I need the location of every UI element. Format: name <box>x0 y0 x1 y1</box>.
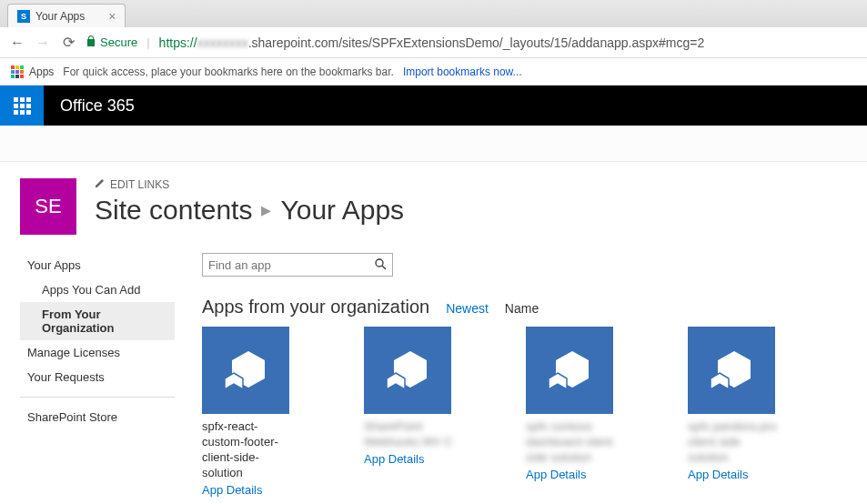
app-name: spfx-react-custom-footer-client-side-sol… <box>202 419 293 481</box>
import-bookmarks-link[interactable]: Import bookmarks now... <box>403 66 522 78</box>
apps-shortcut[interactable]: Apps <box>11 66 54 78</box>
tab-bar: S Your Apps × <box>0 0 867 27</box>
breadcrumb: Site contents ▸ Your Apps <box>95 195 404 226</box>
nav-manage-licenses[interactable]: Manage Licenses <box>20 340 175 365</box>
sort-newest[interactable]: Newest <box>446 301 489 316</box>
pencil-icon <box>95 178 105 191</box>
suite-title: Office 365 <box>60 96 135 116</box>
app-tile[interactable]: spfx-react-custom-footer-client-side-sol… <box>202 327 293 497</box>
app-tile[interactable]: spfx contoso dashboard client side solut… <box>526 327 617 497</box>
app-details-link[interactable]: App Details <box>688 468 779 481</box>
browser-tab[interactable]: S Your Apps × <box>7 4 126 27</box>
sharepoint-favicon: S <box>17 10 30 23</box>
apps-grid-icon <box>11 66 24 78</box>
app-icon <box>364 327 451 414</box>
bookmark-hint: For quick access, place your bookmarks h… <box>63 66 394 78</box>
svg-line-1 <box>382 266 386 269</box>
nav-from-your-organization[interactable]: From Your Organization <box>20 302 175 340</box>
nav-apps-you-can-add[interactable]: Apps You Can Add <box>20 277 175 302</box>
search-input[interactable] <box>208 258 374 272</box>
app-grid: spfx-react-custom-footer-client-side-sol… <box>202 327 847 497</box>
secure-badge[interactable]: Secure <box>86 35 137 50</box>
search-icon[interactable] <box>374 257 387 273</box>
url-field[interactable]: https://xxxxxxxx.sharepoint.com/sites/SP… <box>159 35 705 50</box>
reload-icon[interactable]: ⟳ <box>60 34 76 51</box>
app-name: SharePoint Webhooks MV C <box>364 419 455 450</box>
left-nav: Your Apps Apps You Can Add From Your Org… <box>20 253 175 497</box>
app-name: spfx contoso dashboard client side solut… <box>526 419 617 466</box>
breadcrumb-current: Your Apps <box>280 195 404 226</box>
page-body: Your Apps Apps You Can Add From Your Org… <box>0 244 867 504</box>
chevron-right-icon: ▸ <box>261 198 271 222</box>
page-header: SE EDIT LINKS Site contents ▸ Your Apps <box>0 162 867 244</box>
nav-sharepoint-store[interactable]: SharePoint Store <box>20 405 175 429</box>
edit-links-button[interactable]: EDIT LINKS <box>95 178 404 191</box>
nav-your-apps[interactable]: Your Apps <box>20 253 175 277</box>
app-name: spfx pandora pro client side solution <box>688 419 779 466</box>
app-icon <box>688 327 775 414</box>
browser-chrome: S Your Apps × ← → ⟳ Secure | https://xxx… <box>0 0 867 86</box>
tab-title: Your Apps <box>35 10 85 23</box>
nav-divider <box>20 397 175 398</box>
secure-label: Secure <box>100 35 137 49</box>
section-head: Apps from your organization Newest Name <box>202 297 847 318</box>
suite-bar: Office 365 <box>0 86 867 126</box>
forward-icon: → <box>35 35 51 51</box>
site-logo[interactable]: SE <box>20 178 76 235</box>
main-content: Apps from your organization Newest Name … <box>202 253 847 497</box>
bookmark-bar: Apps For quick access, place your bookma… <box>0 58 867 86</box>
address-bar: ← → ⟳ Secure | https://xxxxxxxx.sharepoi… <box>0 27 867 58</box>
app-details-link[interactable]: App Details <box>202 483 293 497</box>
ribbon-band <box>0 126 867 162</box>
app-icon <box>202 327 289 414</box>
breadcrumb-root[interactable]: Site contents <box>95 195 252 226</box>
app-details-link[interactable]: App Details <box>526 468 617 481</box>
app-tile[interactable]: SharePoint Webhooks MV C App Details <box>364 327 455 497</box>
lock-icon <box>86 35 96 50</box>
back-icon[interactable]: ← <box>9 35 25 51</box>
app-details-link[interactable]: App Details <box>364 452 455 466</box>
app-tile[interactable]: spfx pandora pro client side solution Ap… <box>688 327 779 497</box>
close-icon[interactable]: × <box>108 9 116 24</box>
waffle-icon <box>14 97 31 115</box>
app-icon <box>526 327 613 414</box>
section-title: Apps from your organization <box>202 297 429 318</box>
app-launcher-button[interactable] <box>0 86 44 126</box>
sort-name[interactable]: Name <box>505 301 539 316</box>
search-box[interactable] <box>202 253 393 277</box>
svg-point-0 <box>376 259 383 267</box>
nav-your-requests[interactable]: Your Requests <box>20 365 175 389</box>
